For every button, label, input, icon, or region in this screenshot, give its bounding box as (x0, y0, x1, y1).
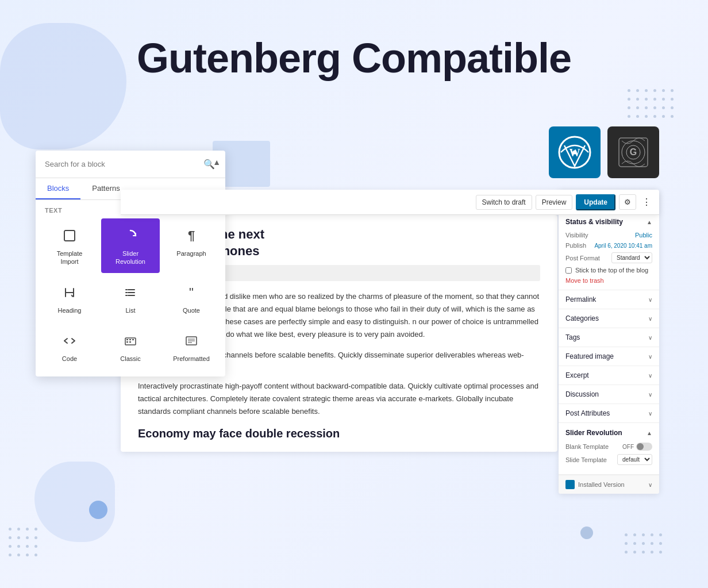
classic-icon (120, 330, 141, 351)
block-item-list[interactable]: List (101, 275, 160, 321)
discussion-chevron-icon: ∨ (648, 391, 652, 398)
block-item-classic[interactable]: Classic (101, 324, 160, 370)
switch-to-draft-button[interactable]: Switch to draft (476, 195, 532, 210)
heading-icon (59, 282, 80, 303)
block-item-template-import[interactable]: TemplateImport (40, 218, 99, 273)
inserter-scroll-up-button[interactable]: ▲ (208, 155, 225, 169)
svg-text:G: G (630, 147, 637, 157)
editor-toolbar: Switch to draft Preview Update ⚙ ⋮ (121, 190, 659, 215)
toggle-off-label: OFF (622, 444, 634, 450)
plugin-logo-icon: G (616, 135, 651, 170)
post-format-select[interactable]: Standard Aside Chat Gallery Link Image (611, 252, 652, 263)
installed-version-chevron-icon: ∨ (648, 482, 652, 488)
status-visibility-header[interactable]: Status & visibility ▲ (559, 212, 659, 232)
list-icon (120, 282, 141, 303)
status-visibility-chevron-icon: ▲ (647, 219, 652, 225)
post-attributes-row[interactable]: Post Attributes ∨ (559, 404, 659, 423)
block-item-slider-revolution[interactable]: SliderRevolution (101, 218, 160, 273)
categories-row[interactable]: Categories ∨ (559, 309, 659, 328)
post-attributes-chevron-icon: ∨ (648, 410, 652, 417)
decorative-circle-gray (580, 526, 593, 539)
quote-icon: " (181, 282, 202, 303)
svg-rect-7 (64, 230, 75, 241)
toggle-track[interactable] (636, 443, 652, 451)
dot-grid-bottom-right (625, 533, 662, 554)
excerpt-row[interactable]: Excerpt ∨ (559, 366, 659, 385)
wordpress-logo-badge: W (549, 126, 601, 178)
svg-rect-18 (126, 341, 128, 343)
slider-revolution-section-label: Slider Revolution (565, 429, 622, 437)
tab-blocks[interactable]: Blocks (36, 178, 80, 199)
dot-grid-bottom-left (9, 528, 37, 556)
installed-version-bar: Installed Version ∨ (559, 475, 659, 494)
heading-label: Heading (58, 306, 82, 314)
svg-rect-17 (132, 339, 134, 340)
blank-template-label: Blank Template (565, 443, 609, 450)
excerpt-chevron-icon: ∨ (648, 372, 652, 379)
publish-row: Publish April 6, 2020 10:41 am (565, 242, 652, 249)
permalink-row[interactable]: Permalink ∨ (559, 290, 659, 309)
sidebar-document-panel: Document Block ✕ Status & visibility ▲ V… (559, 190, 659, 494)
svg-rect-16 (129, 339, 131, 340)
search-input[interactable] (45, 160, 202, 168)
status-visibility-label: Status & visibility (565, 218, 623, 226)
slider-revolution-section: Slider Revolution ▲ Blank Template OFF S… (559, 423, 659, 475)
main-heading: Gutenberg Compatible (0, 34, 708, 82)
block-item-paragraph[interactable]: ¶ Paragraph (162, 218, 221, 273)
visibility-value[interactable]: Public (635, 232, 652, 239)
block-item-quote[interactable]: " Quote (162, 275, 221, 321)
excerpt-label: Excerpt (565, 371, 589, 379)
discussion-row[interactable]: Discussion ∨ (559, 385, 659, 404)
permalink-label: Permalink (565, 295, 596, 303)
visibility-label: Visibility (565, 232, 588, 239)
categories-label: Categories (565, 314, 599, 322)
post-format-row: Post Format Standard Aside Chat Gallery … (565, 252, 652, 263)
installed-version-label: Installed Version (578, 481, 625, 488)
tags-row[interactable]: Tags ∨ (559, 328, 659, 347)
move-to-trash-link[interactable]: Move to trash (565, 277, 652, 284)
stick-to-top-checkbox[interactable] (565, 267, 572, 274)
plugin-logo-badge: G (607, 126, 659, 178)
stick-to-top-row: Stick to the top of the blog (565, 267, 652, 274)
editor-subheading: Economy may face double recession (138, 427, 540, 440)
wordpress-logo-icon: W (557, 135, 592, 170)
svg-rect-15 (126, 339, 128, 340)
featured-image-row[interactable]: Featured image ∨ (559, 347, 659, 366)
quote-label: Quote (183, 306, 200, 314)
code-label: Code (62, 355, 77, 363)
status-visibility-section: Status & visibility ▲ Visibility Public … (559, 212, 659, 290)
block-item-code[interactable]: Code (40, 324, 99, 370)
blank-template-row: Blank Template OFF (565, 443, 652, 451)
code-icon (59, 330, 80, 351)
preview-button[interactable]: Preview (536, 195, 573, 210)
more-options-button[interactable]: ⋮ (640, 194, 653, 210)
visibility-row: Visibility Public (565, 232, 652, 239)
permalink-chevron-icon: ∨ (648, 297, 652, 303)
slider-revolution-content: Blank Template OFF Slide Template defaul… (559, 443, 659, 474)
more-icon: ⋮ (642, 197, 651, 207)
block-item-heading[interactable]: Heading (40, 275, 99, 321)
slider-revolution-section-header[interactable]: Slider Revolution ▲ (559, 423, 659, 443)
publish-label: Publish (565, 242, 586, 249)
preformatted-label: Preformatted (173, 355, 210, 363)
block-item-preformatted[interactable]: Preformatted (162, 324, 221, 370)
post-format-label: Post Format (565, 255, 600, 262)
publish-value[interactable]: April 6, 2020 10:41 am (594, 243, 652, 249)
blank-template-toggle[interactable]: OFF (622, 443, 652, 451)
post-attributes-label: Post Attributes (565, 409, 610, 417)
list-label: List (125, 306, 135, 314)
slide-template-select[interactable]: default (617, 454, 652, 465)
featured-image-chevron-icon: ∨ (648, 353, 652, 360)
categories-chevron-icon: ∨ (648, 316, 652, 322)
inserter-block-grid: TemplateImport SliderRevolution ¶ Paragr… (36, 218, 225, 376)
dot-grid-top-right (628, 89, 674, 118)
logo-badges: W G (549, 126, 659, 178)
update-button[interactable]: Update (576, 194, 615, 210)
gear-icon: ⚙ (624, 198, 631, 206)
classic-label: Classic (120, 355, 140, 363)
slider-revolution-chevron-icon: ▲ (647, 430, 652, 436)
discussion-label: Discussion (565, 390, 599, 398)
paragraph-label: Paragraph (176, 249, 206, 258)
gear-button[interactable]: ⚙ (619, 194, 636, 210)
decorative-circle-blue (89, 501, 107, 519)
